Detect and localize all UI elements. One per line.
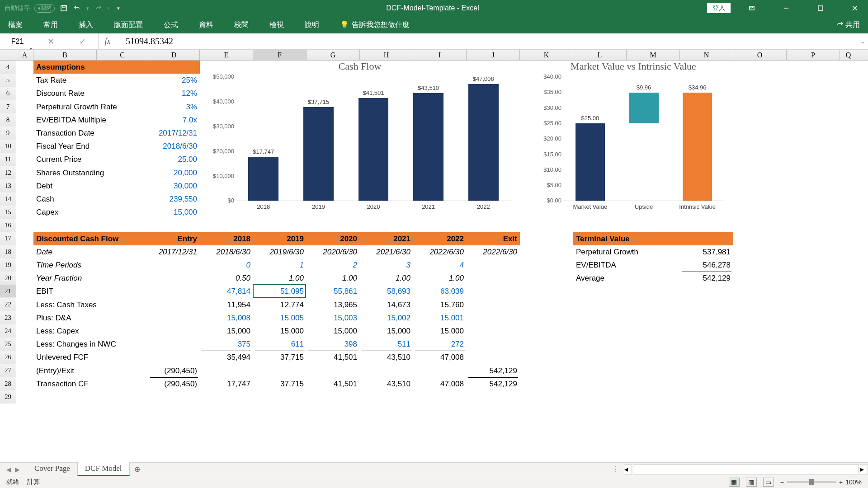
cell-B14[interactable]: Cash (33, 192, 97, 206)
ribbon-tab-檢視[interactable]: 檢視 (266, 19, 288, 32)
formula-input[interactable]: 51094.85342 (117, 36, 857, 47)
name-box[interactable]: F21▾ (0, 33, 35, 50)
col-header-K[interactable]: K (520, 50, 573, 60)
tell-me[interactable]: 💡告訴我您想做什麼 (336, 19, 413, 32)
cell-D5[interactable]: 25% (148, 74, 200, 87)
cell-D18[interactable]: 2017/12/31 (148, 245, 200, 258)
undo-icon[interactable] (73, 4, 82, 13)
row-header-18[interactable]: 18 (0, 245, 16, 258)
cell-E25[interactable]: 375 (200, 338, 253, 351)
cell-I25[interactable]: 272 (413, 338, 467, 351)
cell-F24[interactable]: 15,000 (253, 324, 307, 338)
ribbon-tab-插入[interactable]: 插入 (75, 19, 97, 32)
cell-D11[interactable]: 25.00 (148, 153, 200, 166)
cell-B13[interactable]: Debt (33, 179, 97, 192)
cell-G21[interactable]: 55,861 (307, 285, 360, 298)
cell-D17[interactable]: Entry (148, 232, 200, 245)
row-header-5[interactable]: 5 (0, 74, 16, 87)
row-header-29[interactable]: 29 (0, 390, 16, 404)
select-all-corner[interactable] (0, 50, 16, 60)
cell-G19[interactable]: 2 (307, 258, 360, 272)
zoom-level[interactable]: 100% (845, 479, 862, 486)
cell-E19[interactable]: 0 (200, 258, 253, 272)
cell-I22[interactable]: 15,760 (413, 298, 467, 311)
cell-E24[interactable]: 15,000 (200, 324, 253, 338)
login-button[interactable]: 登入 (707, 3, 731, 13)
cell-B20[interactable]: Year Fraction (33, 272, 97, 285)
cell-L19[interactable]: EV/EBITDA (573, 258, 680, 272)
cell-H19[interactable]: 3 (360, 258, 413, 272)
cell-I19[interactable]: 4 (413, 258, 467, 272)
col-header-O[interactable]: O (733, 50, 787, 60)
cell-J28[interactable]: 542,129 (467, 377, 520, 390)
cell-E22[interactable]: 11,954 (200, 298, 253, 311)
cell-D9[interactable]: 2017/12/31 (148, 127, 200, 140)
save-icon[interactable] (59, 4, 68, 13)
row-header-21[interactable]: 21 (0, 285, 16, 298)
cell-B7[interactable]: Perpetural Growth Rate (33, 100, 97, 113)
cell-I26[interactable]: 47,008 (413, 351, 467, 364)
row-header-22[interactable]: 22 (0, 298, 16, 311)
row-header-16[interactable]: 16 (0, 219, 16, 232)
cell-E17[interactable]: 2018 (200, 232, 253, 245)
hscroll-track[interactable] (633, 465, 859, 474)
cell-H25[interactable]: 511 (360, 338, 413, 351)
col-header-C[interactable]: C (97, 50, 148, 60)
cell-B12[interactable]: Shares Outstanding (33, 166, 97, 179)
formula-cancel-icon[interactable]: ✕ (35, 33, 67, 50)
cell-B21[interactable]: EBIT (33, 285, 97, 298)
row-header-28[interactable]: 28 (0, 377, 16, 390)
close-icon[interactable] (842, 0, 868, 16)
cell-I17[interactable]: 2022 (413, 232, 467, 245)
col-header-N[interactable]: N (680, 50, 733, 60)
cell-B10[interactable]: Fiscal Year End (33, 140, 97, 153)
autosave-toggle[interactable]: ●關閉 (34, 4, 55, 13)
cell-H23[interactable]: 15,002 (360, 311, 413, 324)
cell-B22[interactable]: Less: Cash Taxes (33, 298, 97, 311)
cell-I28[interactable]: 47,008 (413, 377, 467, 390)
cell-J17[interactable]: Exit (467, 232, 520, 245)
cell-L18[interactable]: Perpetural Growth (573, 245, 680, 258)
cell-B19[interactable]: Time Periods (33, 258, 97, 272)
cell-G28[interactable]: 41,501 (307, 377, 360, 390)
row-header-11[interactable]: 11 (0, 153, 16, 166)
view-normal-icon[interactable]: ▦ (729, 478, 740, 487)
cell-D8[interactable]: 7.0x (148, 113, 200, 127)
cell-D12[interactable]: 20,000 (148, 166, 200, 179)
hscroll-right[interactable]: ▸ (860, 465, 868, 474)
sheet-tab-Cover-Page[interactable]: Cover Page (27, 462, 77, 476)
cell-G20[interactable]: 1.00 (307, 272, 360, 285)
cell-I24[interactable]: 15,000 (413, 324, 467, 338)
row-header-23[interactable]: 23 (0, 311, 16, 324)
ribbon-tab-檔案[interactable]: 檔案 (5, 19, 26, 32)
chart-cash-flow[interactable]: Cash Flow$0$10,000$20,000$30,000$40,000$… (204, 61, 515, 216)
share-button[interactable]: 共用 (833, 18, 863, 32)
row-header-20[interactable]: 20 (0, 272, 16, 285)
cell-B4[interactable]: Assumptions (33, 61, 200, 74)
cell-B18[interactable]: Date (33, 245, 97, 258)
cell-D15[interactable]: 15,000 (148, 206, 200, 219)
cell-E20[interactable]: 0.50 (200, 272, 253, 285)
cell-E26[interactable]: 35,494 (200, 351, 253, 364)
cell-F20[interactable]: 1.00 (253, 272, 307, 285)
row-header-6[interactable]: 6 (0, 87, 16, 100)
col-header-B[interactable]: B (33, 50, 97, 60)
cell-G26[interactable]: 41,501 (307, 351, 360, 364)
row-header-25[interactable]: 25 (0, 338, 16, 351)
cell-B17[interactable]: Discounted Cash Flow (33, 232, 148, 245)
cell-E23[interactable]: 15,008 (200, 311, 253, 324)
cell-H24[interactable]: 15,000 (360, 324, 413, 338)
zoom-out-icon[interactable]: − (780, 479, 784, 486)
cell-N19[interactable]: 546,278 (680, 258, 733, 272)
hscroll-left[interactable]: ◂ (624, 465, 632, 474)
cell-F19[interactable]: 1 (253, 258, 307, 272)
ribbon-tab-版面配置[interactable]: 版面配置 (110, 19, 146, 32)
sheet-tab-DCF-Model[interactable]: DCF Model (77, 462, 130, 476)
cell-H28[interactable]: 43,510 (360, 377, 413, 390)
cell-D7[interactable]: 3% (148, 100, 200, 113)
cell-D13[interactable]: 30,000 (148, 179, 200, 192)
cell-E18[interactable]: 2018/6/30 (200, 245, 253, 258)
row-header-8[interactable]: 8 (0, 113, 16, 127)
cell-N20[interactable]: 542,129 (680, 272, 733, 285)
chart-market-value-vs-intrinsic-value[interactable]: Market Value vs Intrinsic Value$0.00$5.0… (538, 61, 729, 216)
